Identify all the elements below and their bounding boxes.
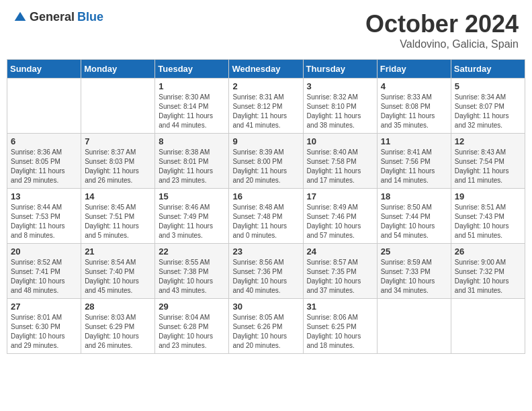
weekday-header-sunday: Sunday (7, 60, 81, 79)
day-info: Sunrise: 8:44 AM Sunset: 7:53 PM Dayligh… (11, 203, 77, 240)
calendar-day-cell: 4Sunrise: 8:33 AM Sunset: 8:08 PM Daylig… (377, 79, 451, 134)
day-number: 26 (455, 246, 521, 257)
day-number: 2 (232, 81, 299, 91)
calendar-day-cell: 22Sunrise: 8:55 AM Sunset: 7:38 PM Dayli… (155, 244, 229, 299)
day-info: Sunrise: 8:36 AM Sunset: 8:05 PM Dayligh… (11, 148, 77, 185)
day-number: 27 (11, 302, 77, 312)
calendar-day-cell: 20Sunrise: 8:52 AM Sunset: 7:41 PM Dayli… (7, 244, 81, 299)
logo-icon (13, 11, 27, 24)
day-info: Sunrise: 8:03 AM Sunset: 6:29 PM Dayligh… (85, 313, 151, 351)
day-info: Sunrise: 8:38 AM Sunset: 8:01 PM Dayligh… (159, 148, 225, 185)
calendar-table: SundayMondayTuesdayWednesdayThursdayFrid… (7, 59, 525, 354)
day-number: 28 (85, 302, 151, 312)
weekday-header-friday: Friday (377, 60, 451, 79)
calendar-day-cell (81, 79, 155, 134)
calendar-day-cell: 8Sunrise: 8:38 AM Sunset: 8:01 PM Daylig… (155, 134, 229, 189)
calendar-day-cell: 31Sunrise: 8:06 AM Sunset: 6:25 PM Dayli… (303, 299, 377, 354)
weekday-header-tuesday: Tuesday (155, 60, 229, 79)
calendar-day-cell: 6Sunrise: 8:36 AM Sunset: 8:05 PM Daylig… (7, 134, 81, 189)
logo-general: General (30, 10, 75, 24)
day-info: Sunrise: 8:06 AM Sunset: 6:25 PM Dayligh… (307, 313, 373, 351)
weekday-header-monday: Monday (81, 60, 155, 79)
day-info: Sunrise: 8:55 AM Sunset: 7:38 PM Dayligh… (159, 258, 225, 295)
day-number: 1 (159, 81, 225, 91)
day-number: 5 (455, 81, 521, 91)
calendar-location: Valdovino, Galicia, Spain (365, 38, 519, 50)
weekday-header-row: SundayMondayTuesdayWednesdayThursdayFrid… (7, 60, 525, 79)
calendar-day-cell (7, 79, 81, 134)
page-header: GeneralBlue October 2024 Valdovino, Gali… (7, 7, 525, 54)
calendar-week-row: 27Sunrise: 8:01 AM Sunset: 6:30 PM Dayli… (7, 299, 525, 354)
calendar-day-cell: 10Sunrise: 8:40 AM Sunset: 7:58 PM Dayli… (303, 134, 377, 189)
day-info: Sunrise: 8:43 AM Sunset: 7:54 PM Dayligh… (455, 148, 521, 185)
day-number: 9 (232, 136, 299, 146)
day-info: Sunrise: 8:56 AM Sunset: 7:36 PM Dayligh… (232, 258, 299, 295)
day-info: Sunrise: 8:37 AM Sunset: 8:03 PM Dayligh… (85, 148, 151, 185)
logo: GeneralBlue (13, 10, 103, 24)
calendar-day-cell: 13Sunrise: 8:44 AM Sunset: 7:53 PM Dayli… (7, 189, 81, 244)
logo-blue: Blue (77, 10, 103, 24)
day-number: 3 (307, 81, 373, 91)
day-info: Sunrise: 8:54 AM Sunset: 7:40 PM Dayligh… (85, 258, 151, 295)
calendar-day-cell: 17Sunrise: 8:49 AM Sunset: 7:46 PM Dayli… (303, 189, 377, 244)
calendar-day-cell (377, 299, 451, 354)
calendar-week-row: 13Sunrise: 8:44 AM Sunset: 7:53 PM Dayli… (7, 189, 525, 244)
calendar-day-cell: 11Sunrise: 8:41 AM Sunset: 7:56 PM Dayli… (377, 134, 451, 189)
calendar-day-cell: 18Sunrise: 8:50 AM Sunset: 7:44 PM Dayli… (377, 189, 451, 244)
day-info: Sunrise: 8:45 AM Sunset: 7:51 PM Dayligh… (85, 203, 151, 240)
day-number: 8 (159, 136, 225, 146)
calendar-day-cell: 2Sunrise: 8:31 AM Sunset: 8:12 PM Daylig… (229, 79, 303, 134)
day-number: 16 (232, 191, 299, 201)
day-number: 6 (11, 136, 77, 146)
day-info: Sunrise: 9:00 AM Sunset: 7:32 PM Dayligh… (455, 258, 521, 295)
calendar-day-cell: 16Sunrise: 8:48 AM Sunset: 7:48 PM Dayli… (229, 189, 303, 244)
calendar-week-row: 20Sunrise: 8:52 AM Sunset: 7:41 PM Dayli… (7, 244, 525, 299)
day-info: Sunrise: 8:32 AM Sunset: 8:10 PM Dayligh… (307, 93, 373, 130)
calendar-day-cell: 24Sunrise: 8:57 AM Sunset: 7:35 PM Dayli… (303, 244, 377, 299)
weekday-header-saturday: Saturday (451, 60, 525, 79)
day-info: Sunrise: 8:49 AM Sunset: 7:46 PM Dayligh… (307, 203, 373, 240)
day-info: Sunrise: 8:33 AM Sunset: 8:08 PM Dayligh… (381, 93, 447, 130)
calendar-week-row: 1Sunrise: 8:30 AM Sunset: 8:14 PM Daylig… (7, 79, 525, 134)
calendar-title: October 2024 (365, 10, 519, 38)
day-number: 23 (232, 246, 299, 257)
calendar-day-cell (451, 299, 525, 354)
day-number: 24 (307, 246, 373, 257)
title-block: October 2024 Valdovino, Galicia, Spain (365, 10, 519, 50)
day-info: Sunrise: 8:05 AM Sunset: 6:26 PM Dayligh… (232, 313, 299, 351)
day-info: Sunrise: 8:01 AM Sunset: 6:30 PM Dayligh… (11, 313, 77, 351)
day-number: 7 (85, 136, 151, 146)
weekday-header-wednesday: Wednesday (229, 60, 303, 79)
calendar-day-cell: 28Sunrise: 8:03 AM Sunset: 6:29 PM Dayli… (81, 299, 155, 354)
calendar-day-cell: 23Sunrise: 8:56 AM Sunset: 7:36 PM Dayli… (229, 244, 303, 299)
calendar-day-cell: 25Sunrise: 8:59 AM Sunset: 7:33 PM Dayli… (377, 244, 451, 299)
day-info: Sunrise: 8:30 AM Sunset: 8:14 PM Dayligh… (159, 93, 225, 130)
day-info: Sunrise: 8:46 AM Sunset: 7:49 PM Dayligh… (159, 203, 225, 240)
day-number: 29 (159, 302, 225, 312)
calendar-day-cell: 1Sunrise: 8:30 AM Sunset: 8:14 PM Daylig… (155, 79, 229, 134)
day-number: 10 (307, 136, 373, 146)
day-info: Sunrise: 8:51 AM Sunset: 7:43 PM Dayligh… (455, 203, 521, 240)
day-number: 31 (307, 302, 373, 312)
day-number: 15 (159, 191, 225, 201)
calendar-day-cell: 29Sunrise: 8:04 AM Sunset: 6:28 PM Dayli… (155, 299, 229, 354)
day-info: Sunrise: 8:04 AM Sunset: 6:28 PM Dayligh… (159, 313, 225, 351)
calendar-day-cell: 14Sunrise: 8:45 AM Sunset: 7:51 PM Dayli… (81, 189, 155, 244)
day-number: 20 (11, 246, 77, 257)
day-number: 22 (159, 246, 225, 257)
calendar-week-row: 6Sunrise: 8:36 AM Sunset: 8:05 PM Daylig… (7, 134, 525, 189)
calendar-day-cell: 27Sunrise: 8:01 AM Sunset: 6:30 PM Dayli… (7, 299, 81, 354)
calendar-day-cell: 7Sunrise: 8:37 AM Sunset: 8:03 PM Daylig… (81, 134, 155, 189)
day-number: 17 (307, 191, 373, 201)
day-number: 18 (381, 191, 447, 201)
day-number: 19 (455, 191, 521, 201)
calendar-day-cell: 9Sunrise: 8:39 AM Sunset: 8:00 PM Daylig… (229, 134, 303, 189)
day-info: Sunrise: 8:40 AM Sunset: 7:58 PM Dayligh… (307, 148, 373, 185)
calendar-day-cell: 3Sunrise: 8:32 AM Sunset: 8:10 PM Daylig… (303, 79, 377, 134)
day-info: Sunrise: 8:48 AM Sunset: 7:48 PM Dayligh… (232, 203, 299, 240)
day-number: 13 (11, 191, 77, 201)
day-info: Sunrise: 8:34 AM Sunset: 8:07 PM Dayligh… (455, 93, 521, 130)
day-info: Sunrise: 8:39 AM Sunset: 8:00 PM Dayligh… (232, 148, 299, 185)
day-number: 11 (381, 136, 447, 146)
day-number: 25 (381, 246, 447, 257)
